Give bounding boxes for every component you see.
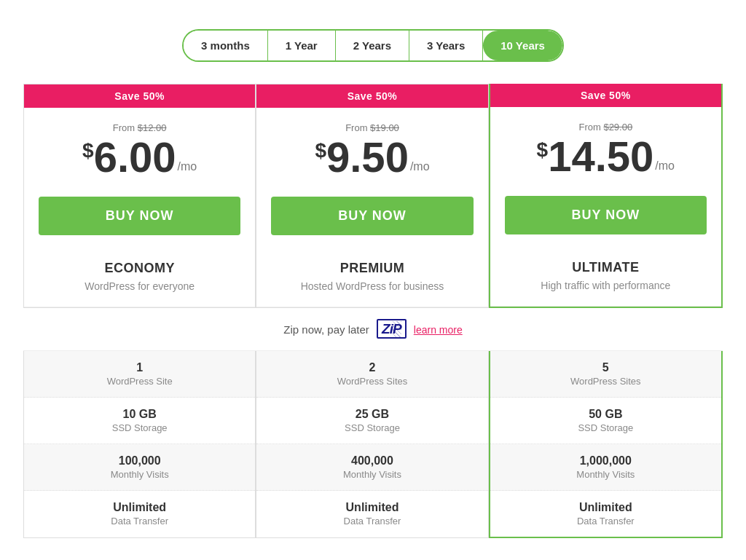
plan-name-2: ULTIMATE — [505, 260, 707, 275]
feature-val-0-2: 100,000 — [31, 454, 248, 468]
price-amount-0: 6.00 — [94, 136, 176, 178]
feature-val-0-1: 10 GB — [31, 408, 248, 421]
current-price-1: $ 9.50 /mo — [271, 136, 473, 178]
feature-row-2-3: Unlimited Data Transfer — [490, 491, 721, 537]
feature-val-1-0: 2 — [264, 361, 480, 374]
feature-val-0-3: Unlimited — [31, 501, 248, 514]
feature-label-1-1: SSD Storage — [264, 422, 480, 433]
period-btn-4[interactable]: 10 Years — [483, 31, 562, 60]
plans-container: Save 50% From $12.00 $ 6.00 /mo BUY NOW … — [23, 84, 723, 308]
original-price-1: $19.00 — [370, 122, 399, 133]
feature-val-2-3: Unlimited — [498, 501, 714, 514]
buy-button-2[interactable]: BUY NOW — [505, 196, 707, 234]
price-amount-2: 14.50 — [548, 135, 653, 178]
feature-label-0-3: Data Transfer — [31, 516, 248, 527]
current-price-0: $ 6.00 /mo — [39, 136, 240, 178]
feature-row-1-0: 2 WordPress Sites — [256, 351, 487, 398]
zip-section: Zip now, pay later ZiP learn more — [23, 308, 723, 351]
current-price-2: $ 14.50 /mo — [505, 135, 707, 178]
save-banner-0: Save 50% — [24, 84, 255, 108]
feature-val-1-1: 25 GB — [264, 408, 480, 421]
features-col-0: 1 WordPress Site 10 GB SSD Storage 100,0… — [23, 351, 256, 538]
feature-row-1-1: 25 GB SSD Storage — [256, 398, 487, 444]
from-price-0: From $12.00 — [39, 122, 240, 133]
feature-row-1-3: Unlimited Data Transfer — [256, 491, 487, 537]
feature-label-0-1: SSD Storage — [31, 422, 248, 433]
feature-row-0-3: Unlimited Data Transfer — [24, 491, 255, 537]
price-mo-1: /mo — [410, 161, 430, 173]
feature-val-2-1: 50 GB — [498, 408, 714, 421]
period-btn-1[interactable]: 1 Year — [268, 31, 336, 60]
plan-card-1: Save 50% From $19.00 $ 9.50 /mo BUY NOW … — [256, 84, 488, 308]
plan-desc-2: High traffic with performance — [505, 280, 707, 291]
feature-label-0-2: Monthly Visits — [31, 469, 248, 480]
original-price-2: $29.00 — [603, 122, 632, 133]
plan-info-1: PREMIUM Hosted WordPress for business — [256, 250, 487, 307]
feature-label-1-2: Monthly Visits — [264, 469, 480, 480]
feature-row-0-2: 100,000 Monthly Visits — [24, 444, 255, 491]
buy-button-0[interactable]: BUY NOW — [39, 197, 240, 235]
features-container: 1 WordPress Site 10 GB SSD Storage 100,0… — [23, 351, 723, 538]
feature-label-0-0: WordPress Site — [31, 376, 248, 387]
dollar-sign-0: $ — [82, 141, 94, 161]
plan-desc-0: WordPress for everyone — [39, 280, 240, 292]
period-btn-2[interactable]: 2 Years — [336, 31, 409, 60]
feature-row-0-0: 1 WordPress Site — [24, 351, 255, 398]
feature-val-2-2: 1,000,000 — [498, 454, 714, 468]
plan-name-1: PREMIUM — [271, 261, 473, 276]
from-price-1: From $19.00 — [271, 122, 473, 133]
feature-val-2-0: 5 — [498, 361, 714, 374]
plan-card-2: Save 50% From $29.00 $ 14.50 /mo BUY NOW… — [489, 84, 723, 308]
features-col-1: 2 WordPress Sites 25 GB SSD Storage 400,… — [256, 351, 488, 538]
feature-label-2-0: WordPress Sites — [498, 376, 714, 387]
feature-row-2-1: 50 GB SSD Storage — [490, 398, 721, 444]
pricing-section-2: From $29.00 $ 14.50 /mo — [490, 107, 721, 189]
zip-text: Zip now, pay later — [283, 323, 369, 336]
feature-label-2-3: Data Transfer — [498, 516, 714, 527]
feature-row-2-2: 1,000,000 Monthly Visits — [490, 444, 721, 491]
save-banner-1: Save 50% — [256, 84, 487, 108]
dollar-sign-1: $ — [315, 141, 326, 161]
feature-label-2-2: Monthly Visits — [498, 469, 714, 480]
price-amount-1: 9.50 — [326, 136, 409, 178]
dollar-sign-2: $ — [537, 140, 549, 160]
plan-card-0: Save 50% From $12.00 $ 6.00 /mo BUY NOW … — [23, 84, 256, 308]
buy-button-1[interactable]: BUY NOW — [271, 197, 473, 235]
feature-val-1-2: 400,000 — [264, 454, 480, 468]
save-banner-2: Save 50% — [490, 84, 721, 107]
period-btn-3[interactable]: 3 Years — [409, 31, 483, 60]
price-mo-2: /mo — [655, 160, 675, 172]
from-price-2: From $29.00 — [505, 122, 707, 133]
plan-desc-1: Hosted WordPress for business — [271, 280, 473, 292]
feature-row-0-1: 10 GB SSD Storage — [24, 398, 255, 444]
period-btn-0[interactable]: 3 months — [184, 31, 268, 60]
learn-more-link[interactable]: learn more — [414, 324, 463, 336]
feature-val-0-0: 1 — [31, 361, 248, 374]
plan-name-0: ECONOMY — [39, 261, 240, 276]
feature-label-1-3: Data Transfer — [264, 516, 480, 527]
feature-label-1-0: WordPress Sites — [264, 376, 480, 387]
feature-val-1-3: Unlimited — [264, 501, 480, 514]
period-selector: 3 months1 Year2 Years3 Years10 Years — [182, 29, 564, 62]
pricing-section-0: From $12.00 $ 6.00 /mo — [24, 108, 255, 189]
feature-label-2-1: SSD Storage — [498, 422, 714, 433]
plan-info-2: ULTIMATE High traffic with performance — [490, 249, 721, 307]
pricing-section-1: From $19.00 $ 9.50 /mo — [256, 108, 487, 189]
zip-logo-display: ZiP — [377, 319, 407, 339]
plan-info-0: ECONOMY WordPress for everyone — [24, 250, 255, 307]
price-mo-0: /mo — [178, 161, 197, 173]
feature-row-1-2: 400,000 Monthly Visits — [256, 444, 487, 491]
feature-row-2-0: 5 WordPress Sites — [490, 351, 721, 398]
features-col-2: 5 WordPress Sites 50 GB SSD Storage 1,00… — [489, 351, 723, 538]
original-price-0: $12.00 — [138, 122, 167, 133]
